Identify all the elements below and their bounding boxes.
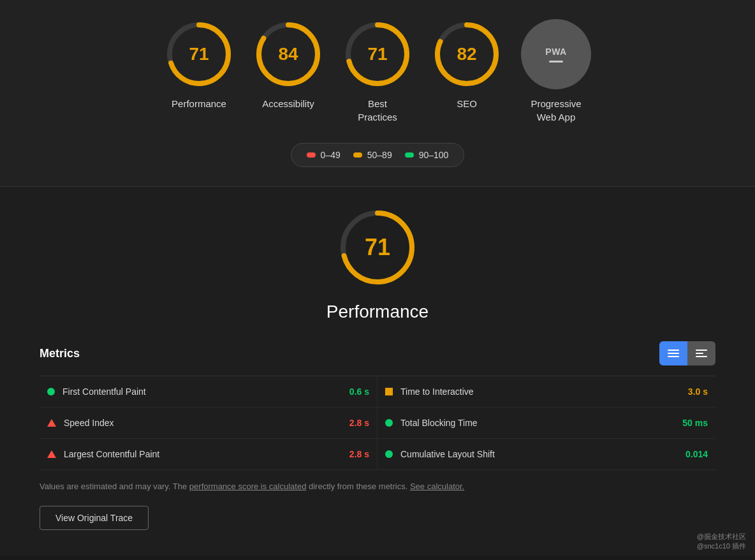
legend-dot-green: [405, 152, 414, 158]
metric-lcp: Largest Contentful Paint 2.8 s: [40, 439, 378, 469]
metrics-title: Metrics: [40, 347, 80, 360]
list-icon: [668, 350, 679, 357]
list-line-3: [668, 356, 679, 357]
lcp-value: 2.8 s: [349, 449, 369, 459]
score-value-performance: 71: [189, 44, 209, 64]
pwa-dash-icon: [549, 61, 563, 63]
metrics-header: Metrics: [40, 341, 715, 365]
metrics-row-1: Speed Index 2.8 s Total Blocking Time 50…: [40, 408, 715, 439]
watermark-line2: @snc1c10 插件: [697, 542, 746, 551]
score-label-performance: Performance: [172, 97, 226, 110]
legend-label-mid: 50–89: [367, 150, 392, 160]
pwa-text: PWA: [545, 47, 566, 57]
legend-item-low: 0–49: [307, 150, 341, 160]
list-line-1: [668, 350, 679, 351]
metric-tti: Time to Interactive 3.0 s: [378, 376, 715, 407]
metrics-container: Metrics: [40, 341, 715, 530]
gauge-performance: 71: [164, 19, 234, 89]
footer-link-score[interactable]: performance score is calculated: [189, 482, 307, 491]
top-section: 71 Performance 84 Accessibility: [0, 0, 755, 186]
tti-value: 3.0 s: [688, 387, 708, 397]
gauge-accessibility: 84: [253, 19, 323, 89]
footer-note-prefix: Values are estimated and may vary. The: [40, 482, 189, 491]
metric-cls: Cumulative Layout Shift 0.014: [378, 439, 715, 469]
tti-status-icon: [385, 388, 393, 395]
score-label-pwa: ProgressiveWeb App: [531, 97, 581, 124]
view-toggle[interactable]: [659, 341, 715, 365]
tti-name: Time to Interactive: [400, 387, 680, 397]
tbt-value: 50 ms: [682, 418, 708, 428]
footer-note-middle: directly from these metrics.: [306, 482, 410, 491]
scores-row: 71 Performance 84 Accessibility: [164, 19, 591, 124]
main-gauge: 71: [336, 206, 419, 289]
lcp-name: Largest Contentful Paint: [64, 449, 342, 459]
score-pwa: PWA ProgressiveWeb App: [521, 19, 591, 124]
score-value-best-practices: 71: [367, 44, 387, 64]
cls-value: 0.014: [685, 449, 708, 459]
toggle-grid-btn[interactable]: [687, 341, 715, 365]
legend-item-high: 90–100: [405, 150, 449, 160]
gauge-pwa: PWA: [521, 19, 591, 89]
metric-fcp: First Contentful Paint 0.6 s: [40, 376, 378, 407]
lcp-status-icon: [47, 450, 56, 458]
legend-item-mid: 50–89: [353, 150, 392, 160]
tbt-status-icon: [385, 419, 393, 427]
si-name: Speed Index: [64, 418, 342, 428]
grid-line-1: [696, 350, 707, 351]
grid-line-3: [696, 356, 707, 357]
legend-dot-orange: [353, 152, 362, 158]
section-title: Performance: [326, 302, 429, 322]
legend-label-high: 90–100: [419, 150, 449, 160]
watermark-line1: @掘金技术社区: [697, 532, 746, 542]
gauge-seo: 82: [432, 19, 502, 89]
metrics-row-0: First Contentful Paint 0.6 s Time to Int…: [40, 376, 715, 408]
fcp-name: First Contentful Paint: [62, 387, 342, 397]
cls-status-icon: [385, 450, 393, 458]
metric-si: Speed Index 2.8 s: [40, 408, 378, 438]
list-line-2: [668, 353, 679, 354]
score-value-seo: 82: [457, 44, 476, 64]
footer-link-calculator[interactable]: See calculator.: [410, 482, 464, 491]
metrics-row-2: Largest Contentful Paint 2.8 s Cumulativ…: [40, 439, 715, 470]
score-performance: 71 Performance: [164, 19, 234, 110]
tbt-name: Total Blocking Time: [400, 418, 675, 428]
score-value-accessibility: 84: [278, 44, 298, 64]
view-trace-button[interactable]: View Original Trace: [40, 506, 149, 530]
metric-tbt: Total Blocking Time 50 ms: [378, 408, 715, 438]
score-accessibility: 84 Accessibility: [253, 19, 323, 110]
footer-note: Values are estimated and may vary. The p…: [40, 480, 715, 493]
si-value: 2.8 s: [349, 418, 369, 428]
cls-name: Cumulative Layout Shift: [400, 449, 678, 459]
score-best-practices: 71 BestPractices: [342, 19, 413, 124]
metrics-table: First Contentful Paint 0.6 s Time to Int…: [40, 376, 715, 470]
score-label-seo: SEO: [457, 97, 477, 110]
fcp-status-icon: [47, 388, 55, 395]
bottom-section: 71 Performance Metrics: [0, 187, 755, 556]
grid-icon: [696, 350, 707, 357]
main-score-number: 71: [365, 234, 390, 261]
score-legend: 0–49 50–89 90–100: [291, 143, 465, 167]
score-label-accessibility: Accessibility: [262, 97, 314, 110]
watermark: @掘金技术社区 @snc1c10 插件: [697, 532, 746, 551]
gauge-best-practices: 71: [342, 19, 413, 89]
score-seo: 82 SEO: [432, 19, 502, 110]
legend-label-low: 0–49: [321, 150, 341, 160]
score-label-best-practices: BestPractices: [358, 97, 397, 124]
fcp-value: 0.6 s: [349, 387, 369, 397]
legend-dot-red: [307, 152, 316, 158]
toggle-list-btn[interactable]: [659, 341, 687, 365]
si-status-icon: [47, 419, 56, 427]
grid-line-2: [696, 353, 703, 354]
